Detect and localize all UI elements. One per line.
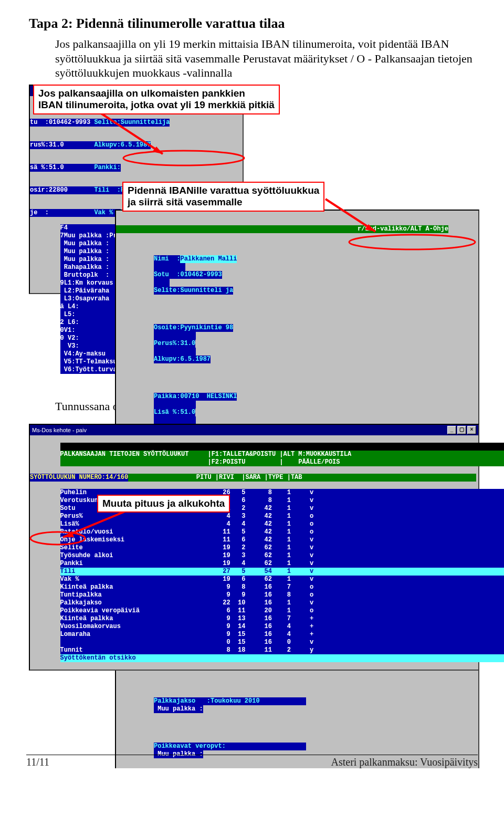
w3-hdr3b: PITU |RIVI |SARA |TYPE |TAB bbox=[128, 474, 476, 482]
w1-f: je : bbox=[30, 209, 94, 217]
callout-1: Jos palkansaajilla on ulkomaisten pankki… bbox=[33, 85, 280, 115]
w3-row: Selite 19 2 62 1 v bbox=[60, 544, 504, 552]
w2-k: Paikka:00710 HELSINKI bbox=[154, 393, 237, 401]
footer-title: Asteri palkanmaksu: Vuosipäivitys bbox=[331, 756, 478, 768]
minimize-icon[interactable]: _ bbox=[447, 426, 456, 434]
w2-l: Poikkeavat veropvt: bbox=[154, 743, 306, 750]
page-footer: 11/11 Asteri palkanmaksu: Vuosipäivitys bbox=[26, 755, 478, 768]
w3-row: Lisä% 4 4 42 1 o bbox=[60, 520, 504, 528]
w3-row: Ratatulo/vuosi 11 5 42 1 o bbox=[60, 528, 504, 536]
w2-k: Selite:Suunnitteli ja bbox=[154, 287, 233, 295]
w3-row: Palkkajakso 22 10 16 1 v bbox=[60, 599, 504, 607]
callout-2-line2: ja siirrä sitä vasemmalle bbox=[128, 196, 243, 207]
w2-k: Alkupv:6.5.1987 bbox=[154, 356, 211, 363]
w3-row-tili[interactable]: Tili 27 5 54 1 v bbox=[60, 568, 504, 576]
w1-f: sä %:51.0 bbox=[30, 164, 94, 172]
w2-k: Perus%:31.0 bbox=[154, 340, 195, 348]
w1-v: Pankki: bbox=[94, 164, 120, 172]
w2-topbar: r/End-valikko/ALT A-Ohje bbox=[358, 225, 448, 233]
w2-k: Lisä %:51.0 bbox=[154, 409, 195, 416]
w1-v: Selite:Suunnittelija bbox=[94, 119, 170, 127]
w2-k: Sotu :010462-9993 bbox=[154, 271, 222, 279]
window-3-title: Ms-Dos kehote - paiv bbox=[32, 427, 87, 433]
w3-row: Lomaraha 9 15 16 4 + bbox=[60, 631, 504, 639]
page-number: 11/11 bbox=[26, 756, 49, 768]
w1-f: tu :010462-9993 bbox=[30, 119, 94, 127]
close-icon[interactable]: × bbox=[467, 426, 476, 434]
w3-row: Pankki 19 4 62 1 v bbox=[60, 560, 504, 568]
callout-3-text: Muuta pituus ja alkukohta bbox=[102, 498, 225, 509]
callout-1-line2: IBAN tilinumeroita, jotka ovat yli 19 me… bbox=[38, 99, 275, 110]
w3-hdr: |F2:POISTU | PÄÄLLE/POIS bbox=[60, 458, 504, 466]
section-heading: Tapa 2: Pidennä tilinumerolle varattua t… bbox=[29, 16, 475, 32]
intro-paragraph: Jos palkansaajilla on yli 19 merkin mitt… bbox=[55, 37, 475, 80]
w3-row: Vak % 19 6 62 1 v bbox=[60, 576, 504, 583]
w2-v: Palkkanen Malli bbox=[180, 255, 237, 263]
callout-2-line1: Pidennä IBANille varattua syöttöluukkua bbox=[128, 185, 319, 196]
w3-row: Kiinteä palkka 9 8 16 7 o bbox=[60, 583, 504, 591]
w2-k: Nimi : bbox=[154, 255, 180, 263]
w3-hdr3: SYÖTTÖLUUKUN NUMERO:14/160 bbox=[30, 474, 128, 482]
w3-row: Poikkeavia veropäiviä 6 11 20 1 o bbox=[60, 607, 504, 615]
window-3-titlebar[interactable]: Ms-Dos kehote - paiv _ ▢ × bbox=[30, 425, 478, 435]
w3-row: Perus% 4 3 42 1 o bbox=[60, 513, 504, 520]
w2-r: Muu palkka : bbox=[154, 705, 203, 713]
w3-row: Tuntipalkka 9 9 16 8 o bbox=[60, 591, 504, 599]
w3-row: Tunnit 8 18 11 2 y bbox=[60, 646, 504, 654]
window-3: Ms-Dos kehote - paiv _ ▢ × PALKANSAAJAN … bbox=[29, 424, 479, 671]
w2-k: Osoite:Pyynikintie 98 bbox=[154, 324, 233, 332]
w3-row: Työsuhde alkoi 19 3 62 1 v bbox=[60, 552, 504, 560]
callout-2: Pidennä IBANille varattua syöttöluukkua … bbox=[122, 182, 324, 212]
w3-footer: Syöttökentän otsikko bbox=[60, 654, 504, 662]
callout-1-line1: Jos palkansaajilla on ulkomaisten pankki… bbox=[38, 88, 245, 99]
w3-row: Kiinteä palkka 9 13 16 7 + bbox=[60, 615, 504, 623]
maximize-icon[interactable]: ▢ bbox=[457, 426, 466, 434]
callout-3: Muuta pituus ja alkukohta bbox=[97, 495, 230, 513]
w3-row: 0 15 16 0 v bbox=[60, 639, 504, 646]
w1-f: rus%:31.0 bbox=[30, 141, 94, 149]
w3-row: Vuosilomakorvaus 9 14 16 4 + bbox=[60, 623, 504, 631]
w3-row: Ohje laskemiseksi 11 6 42 1 v bbox=[60, 536, 504, 544]
w1-v: Alkupv:6.5.1987 bbox=[94, 141, 151, 149]
w2-l: Palkkajakso :Toukokuu 2010 bbox=[154, 697, 306, 705]
w1-f: osir:22800 bbox=[30, 186, 94, 194]
w3-hdr: PALKANSAAJAN TIETOJEN SYÖTTÖLUUKUT |F1:T… bbox=[60, 451, 504, 458]
